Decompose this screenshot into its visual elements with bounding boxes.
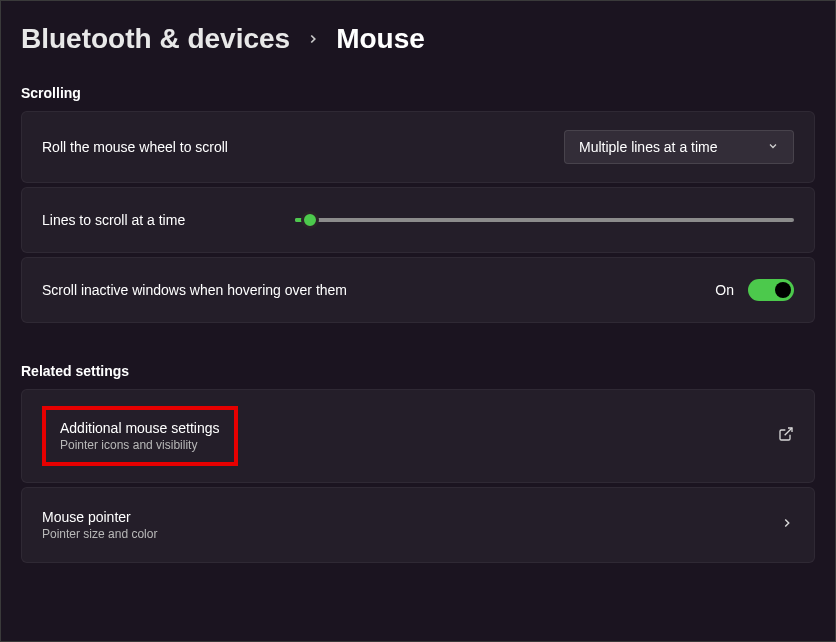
breadcrumb-parent[interactable]: Bluetooth & devices (21, 23, 290, 55)
svg-line-0 (785, 428, 792, 435)
link-title: Mouse pointer (42, 509, 157, 525)
roll-wheel-dropdown[interactable]: Multiple lines at a time (564, 130, 794, 164)
slider-thumb[interactable] (301, 211, 319, 229)
link-title: Additional mouse settings (60, 420, 220, 436)
scroll-inactive-toggle[interactable] (748, 279, 794, 301)
section-header-related: Related settings (21, 363, 815, 379)
lines-slider[interactable] (295, 218, 794, 222)
setting-roll-wheel: Roll the mouse wheel to scroll Multiple … (21, 111, 815, 183)
link-additional-mouse-settings[interactable]: Additional mouse settings Pointer icons … (21, 389, 815, 483)
page-title: Mouse (336, 23, 425, 55)
setting-label: Roll the mouse wheel to scroll (42, 139, 228, 155)
highlight-annotation: Additional mouse settings Pointer icons … (42, 406, 238, 466)
chevron-down-icon (767, 139, 779, 155)
open-external-icon (778, 426, 794, 446)
setting-label: Scroll inactive windows when hovering ov… (42, 282, 347, 298)
setting-lines-to-scroll: Lines to scroll at a time (21, 187, 815, 253)
section-header-scrolling: Scrolling (21, 85, 815, 101)
setting-label: Lines to scroll at a time (42, 212, 185, 228)
toggle-group: On (715, 279, 794, 301)
link-mouse-pointer[interactable]: Mouse pointer Pointer size and color (21, 487, 815, 563)
dropdown-value: Multiple lines at a time (579, 139, 718, 155)
breadcrumb: Bluetooth & devices Mouse (21, 23, 815, 55)
toggle-state-label: On (715, 282, 734, 298)
chevron-right-icon (306, 28, 320, 51)
link-subtitle: Pointer icons and visibility (60, 438, 220, 452)
setting-scroll-inactive: Scroll inactive windows when hovering ov… (21, 257, 815, 323)
slider-track[interactable] (295, 218, 794, 222)
chevron-right-icon (780, 516, 794, 534)
link-subtitle: Pointer size and color (42, 527, 157, 541)
